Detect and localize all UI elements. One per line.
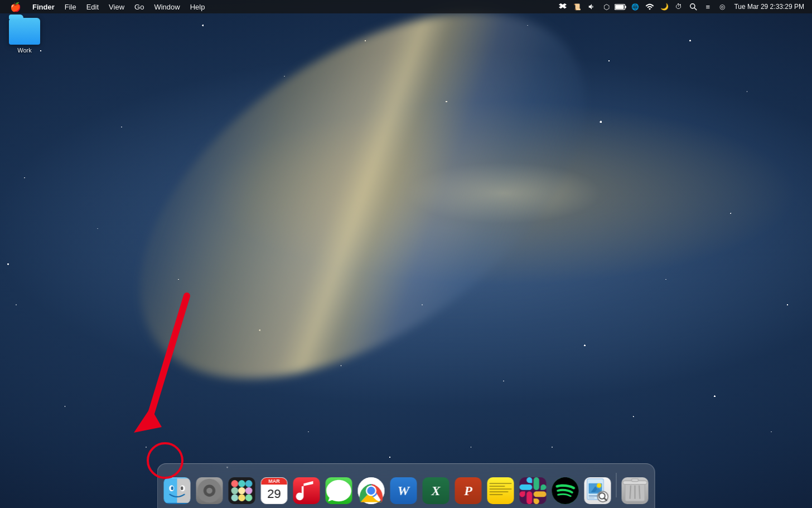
- slack-icon: [520, 477, 547, 504]
- svg-point-28: [245, 480, 253, 487]
- svg-rect-51: [631, 479, 639, 482]
- svg-rect-2: [616, 5, 624, 9]
- note-line-4: [490, 491, 509, 492]
- calendar-date: 29: [262, 485, 287, 504]
- dock-trash[interactable]: [620, 476, 650, 506]
- dock-excel[interactable]: X: [421, 476, 451, 506]
- folder-label: Work: [17, 47, 31, 54]
- dock-finder[interactable]: [162, 476, 192, 506]
- powerpoint-icon: P: [455, 477, 482, 504]
- svg-point-34: [245, 494, 253, 501]
- excel-icon: X: [423, 477, 450, 504]
- galaxy-decoration: [96, 0, 628, 454]
- dock-music[interactable]: [292, 476, 322, 506]
- note-line-1: [490, 483, 512, 484]
- menubar-left: 🍎 Finder File Edit View Go Window Help: [4, 0, 209, 13]
- dock-system-preferences[interactable]: [195, 476, 225, 506]
- siri-icon[interactable]: ◎: [716, 1, 728, 13]
- chrome-icon: [358, 477, 385, 504]
- dock-spotify[interactable]: [550, 476, 581, 506]
- svg-point-31: [245, 487, 253, 495]
- dock-messages[interactable]: [324, 476, 354, 506]
- menubar-right: 📜 ⬡ 🌐 🌙 ⏱ ≡ ◎: [557, 0, 808, 13]
- svg-point-33: [238, 494, 245, 501]
- svg-point-26: [231, 480, 239, 487]
- keyboard-icon[interactable]: 🌐: [629, 1, 641, 13]
- wifi-icon[interactable]: [644, 1, 656, 13]
- dock-chrome[interactable]: [356, 476, 386, 506]
- dropbox-icon[interactable]: [557, 1, 569, 13]
- svg-rect-18: [208, 497, 211, 502]
- clock[interactable]: Tue Mar 29 2:33:29 PM: [731, 0, 808, 13]
- script-icon[interactable]: 📜: [571, 1, 583, 13]
- note-line-5: [490, 494, 503, 495]
- svg-line-4: [694, 8, 697, 10]
- menubar-finder[interactable]: Finder: [28, 0, 59, 13]
- menubar-window[interactable]: Window: [149, 0, 184, 13]
- svg-rect-19: [197, 489, 202, 492]
- system-preferences-icon: [196, 477, 223, 504]
- menubar-edit[interactable]: Edit: [82, 0, 103, 13]
- battery-icon[interactable]: [615, 1, 627, 13]
- svg-rect-17: [208, 479, 211, 484]
- menubar-file[interactable]: File: [60, 0, 81, 13]
- desktop-folder-work[interactable]: Work: [4, 16, 45, 56]
- notification-center-icon[interactable]: ≡: [702, 1, 714, 13]
- dock-notes[interactable]: [486, 476, 516, 506]
- music-icon: [293, 477, 320, 504]
- svg-line-54: [639, 486, 640, 499]
- svg-rect-44: [589, 495, 598, 497]
- calendar-icon: MAR 29: [261, 477, 288, 504]
- trash-icon: [622, 477, 649, 504]
- dock-slack[interactable]: [518, 476, 548, 506]
- spotify-icon: [552, 477, 579, 504]
- calendar-month: MAR: [262, 478, 287, 485]
- svg-point-38: [367, 487, 375, 495]
- finder-icon: [164, 477, 191, 504]
- menubar-go[interactable]: Go: [130, 0, 148, 13]
- svg-point-32: [231, 494, 239, 501]
- desktop-background: [0, 0, 812, 508]
- svg-rect-45: [589, 497, 595, 499]
- menubar-help[interactable]: Help: [186, 0, 210, 13]
- svg-point-16: [206, 488, 212, 494]
- svg-point-11: [171, 486, 173, 490]
- dock-launchpad[interactable]: [227, 476, 257, 506]
- svg-point-13: [181, 486, 183, 490]
- search-icon[interactable]: [687, 1, 699, 13]
- dock-calendar[interactable]: MAR 29: [259, 476, 289, 506]
- dock-separator: [616, 473, 617, 497]
- svg-rect-20: [216, 489, 221, 492]
- word-icon: W: [390, 477, 417, 504]
- svg-rect-1: [625, 6, 626, 8]
- time-machine-icon[interactable]: ⏱: [673, 1, 685, 13]
- dock-word[interactable]: W: [389, 476, 419, 506]
- note-line-2: [490, 486, 505, 487]
- menubar: 🍎 Finder File Edit View Go Window Help 📜…: [0, 0, 812, 13]
- messages-icon: [326, 477, 352, 504]
- volume-icon[interactable]: [586, 1, 598, 13]
- apple-menu[interactable]: 🍎: [4, 0, 27, 13]
- preview-icon: [584, 477, 611, 504]
- bluetooth-icon[interactable]: ⬡: [600, 1, 612, 13]
- svg-point-43: [597, 483, 601, 488]
- dock: MAR 29: [157, 463, 655, 508]
- svg-line-52: [630, 486, 631, 499]
- svg-point-27: [238, 480, 245, 487]
- note-line-3: [490, 488, 512, 490]
- dock-preview[interactable]: [583, 476, 613, 506]
- svg-point-29: [231, 487, 239, 495]
- focus-icon[interactable]: 🌙: [658, 1, 670, 13]
- svg-point-30: [238, 487, 245, 495]
- dock-powerpoint[interactable]: P: [453, 476, 484, 506]
- notes-icon: [487, 477, 514, 504]
- launchpad-icon: [229, 477, 255, 504]
- folder-icon: [9, 18, 40, 45]
- menubar-view[interactable]: View: [104, 0, 129, 13]
- notes-lines: [490, 480, 512, 495]
